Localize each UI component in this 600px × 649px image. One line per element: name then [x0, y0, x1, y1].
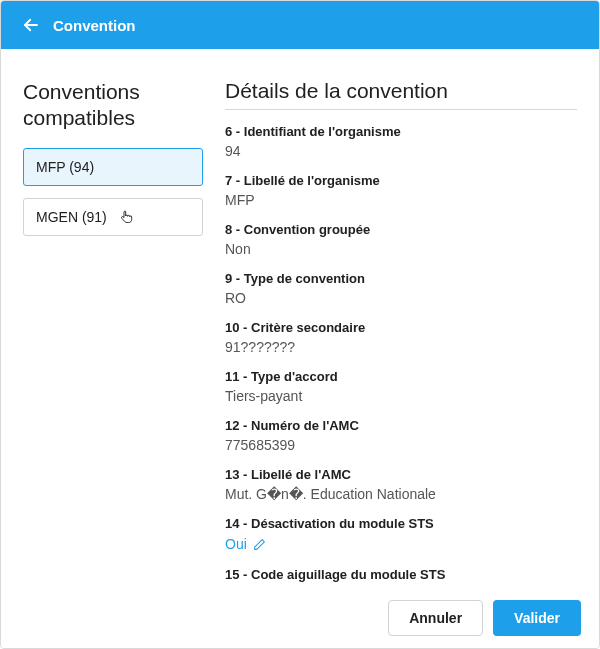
- divider: [225, 109, 577, 110]
- footer-actions: Annuler Valider: [1, 588, 599, 648]
- detail-field: 8 - Convention groupéeNon: [225, 222, 573, 257]
- field-value: 775685399: [225, 437, 573, 453]
- details-heading: Détails de la convention: [225, 79, 577, 103]
- detail-field: 11 - Type d'accordTiers-payant: [225, 369, 573, 404]
- edit-icon: [253, 538, 266, 551]
- detail-field: 10 - Critère secondaire91???????: [225, 320, 573, 355]
- field-label: 12 - Numéro de l'AMC: [225, 418, 573, 433]
- cursor-hand-icon: [119, 208, 135, 229]
- convention-item-mfp[interactable]: MFP (94): [23, 148, 203, 186]
- convention-details-panel: Détails de la convention 6 - Identifiant…: [225, 79, 577, 588]
- convention-item-label: MGEN (91): [36, 209, 107, 225]
- content-area: Conventions compatibles MFP (94) MGEN (9…: [1, 49, 599, 588]
- field-label: 10 - Critère secondaire: [225, 320, 573, 335]
- field-value: Non: [225, 241, 573, 257]
- detail-field: 12 - Numéro de l'AMC775685399: [225, 418, 573, 453]
- field-label: 14 - Désactivation du module STS: [225, 516, 573, 531]
- field-label: 11 - Type d'accord: [225, 369, 573, 384]
- field-label: 9 - Type de convention: [225, 271, 573, 286]
- field-value: Tiers-payant: [225, 388, 573, 404]
- field-value: RO: [225, 290, 573, 306]
- details-fields: 6 - Identifiant de l'organisme947 - Libe…: [225, 124, 577, 591]
- field-label: 7 - Libellé de l'organisme: [225, 173, 573, 188]
- field-label: 8 - Convention groupée: [225, 222, 573, 237]
- back-arrow-icon[interactable]: [19, 13, 43, 37]
- detail-field: 6 - Identifiant de l'organisme94: [225, 124, 573, 159]
- field-value-link[interactable]: Oui: [225, 536, 266, 552]
- field-value: 94: [225, 143, 573, 159]
- header-bar: Convention: [1, 1, 599, 49]
- convention-item-mgen[interactable]: MGEN (91): [23, 198, 203, 236]
- field-value: MFP: [225, 192, 573, 208]
- field-label: 6 - Identifiant de l'organisme: [225, 124, 573, 139]
- conventions-list-panel: Conventions compatibles MFP (94) MGEN (9…: [23, 79, 203, 588]
- convention-item-label: MFP (94): [36, 159, 94, 175]
- field-label: 13 - Libellé de l'AMC: [225, 467, 573, 482]
- validate-button[interactable]: Valider: [493, 600, 581, 636]
- detail-field: 14 - Désactivation du module STSOui: [225, 516, 573, 553]
- detail-field: 13 - Libellé de l'AMCMut. G�n�. Educatio…: [225, 467, 573, 502]
- field-label: 15 - Code aiguillage du module STS: [225, 567, 573, 582]
- field-value: 91???????: [225, 339, 573, 355]
- detail-field: 9 - Type de conventionRO: [225, 271, 573, 306]
- detail-field: 7 - Libellé de l'organismeMFP: [225, 173, 573, 208]
- cancel-button[interactable]: Annuler: [388, 600, 483, 636]
- conventions-list-heading: Conventions compatibles: [23, 79, 203, 132]
- field-value: Mut. G�n�. Education Nationale: [225, 486, 573, 502]
- page-title: Convention: [53, 17, 136, 34]
